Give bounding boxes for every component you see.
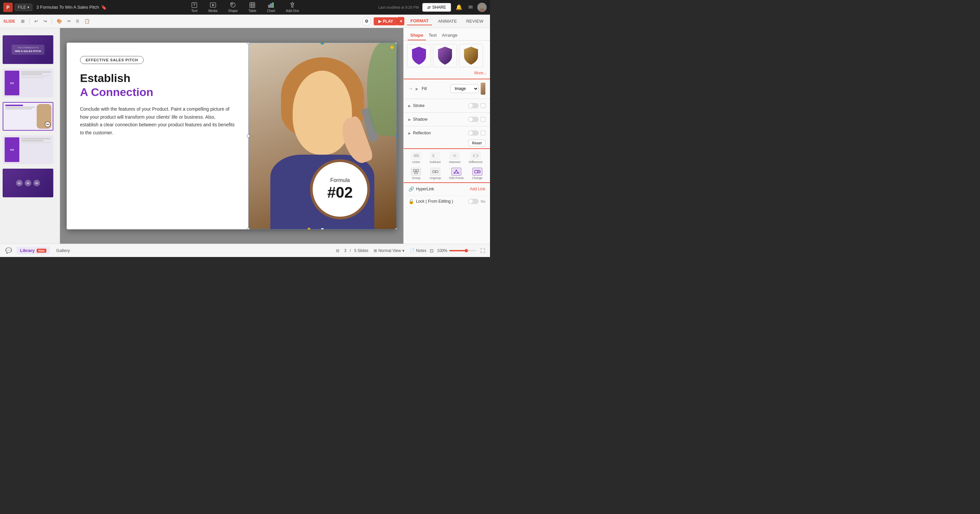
notes-button[interactable]: 📄 Notes bbox=[410, 248, 426, 253]
shape-icon bbox=[230, 2, 236, 8]
tab-text[interactable]: Text bbox=[426, 31, 439, 40]
normal-view-button[interactable]: ⊞ Normal View ▾ bbox=[372, 247, 406, 254]
zoom-track[interactable] bbox=[449, 250, 476, 251]
shape-preview-2[interactable] bbox=[433, 44, 457, 67]
slide-heading: Establish bbox=[80, 72, 235, 84]
reset-button[interactable]: Reset bbox=[468, 140, 485, 146]
tab-review[interactable]: REVIEW bbox=[463, 18, 487, 25]
change-op[interactable]: Change bbox=[472, 168, 483, 180]
fill-type-select[interactable]: Image Solid Gradient None bbox=[450, 84, 479, 93]
group-op[interactable]: Group bbox=[411, 168, 421, 180]
handle-bm[interactable] bbox=[321, 228, 324, 229]
user-avatar[interactable] bbox=[477, 3, 487, 12]
file-menu-button[interactable]: FILE ▾ bbox=[15, 4, 32, 11]
slide-thumb-1[interactable]: 1 THE 3 FORMULAS TO WIN A SALES PITCH bbox=[3, 35, 57, 64]
shape-preview-3[interactable] bbox=[459, 44, 483, 67]
tab-shape[interactable]: Shape bbox=[408, 31, 426, 40]
hyperlink-row: 🔗 HyperLink Add Link bbox=[404, 184, 490, 194]
play-button[interactable]: ▶ PLAY bbox=[374, 18, 398, 25]
add-link-button[interactable]: Add Link bbox=[470, 187, 485, 191]
reflection-toggle[interactable] bbox=[468, 130, 479, 136]
library-button[interactable]: Library New bbox=[17, 247, 50, 254]
play-dropdown-button[interactable]: ▾ bbox=[398, 17, 404, 25]
cut-button[interactable]: ✂ bbox=[65, 18, 73, 25]
fullscreen-icon[interactable]: ⛶ bbox=[479, 247, 486, 254]
handle-ml[interactable] bbox=[247, 135, 250, 137]
stroke-checkbox[interactable] bbox=[480, 103, 485, 108]
ungroup-op[interactable]: Ungroup bbox=[430, 168, 441, 180]
notifications-icon[interactable]: 🔔 bbox=[454, 3, 464, 12]
edit-points-op[interactable]: Edit Points bbox=[449, 168, 464, 180]
toolbar-table-button[interactable]: Table bbox=[246, 1, 259, 14]
slide-canvas: EFFECTIVE SALES PITCH Establish A Connec… bbox=[67, 43, 397, 229]
avatar-image bbox=[477, 3, 487, 12]
fit-icon[interactable]: ⊡ bbox=[430, 248, 434, 253]
tab-format[interactable]: FORMAT bbox=[407, 17, 432, 25]
fill-expand-icon[interactable]: ▶ bbox=[416, 87, 418, 91]
fill-image-preview[interactable] bbox=[480, 83, 485, 95]
copy-button[interactable]: ⎘ bbox=[74, 18, 81, 25]
union-op[interactable]: Union bbox=[411, 152, 422, 164]
lock-row: 🔒 Lock ( From Editing ) No bbox=[404, 196, 490, 207]
paint-format-button[interactable]: 🎨 bbox=[55, 18, 64, 25]
notes-label: Notes bbox=[416, 248, 426, 253]
intersect-op[interactable]: Intersect bbox=[449, 152, 461, 164]
handle-tl[interactable] bbox=[247, 43, 250, 44]
slide-thumb-3[interactable]: 3 #02 bbox=[3, 102, 57, 130]
redo-button[interactable]: ↪ bbox=[41, 18, 49, 25]
svg-point-3 bbox=[231, 3, 235, 7]
gallery-button[interactable]: Gallery bbox=[53, 247, 73, 254]
shadow-checkbox[interactable] bbox=[480, 117, 485, 122]
toolbar-addons-button[interactable]: Add-Ons bbox=[283, 1, 302, 14]
reflection-checkbox[interactable] bbox=[480, 130, 485, 135]
reflection-row: ▶ Reflection bbox=[404, 128, 490, 138]
zoom-thumb[interactable] bbox=[465, 249, 468, 252]
shape-preview-1[interactable] bbox=[407, 44, 431, 67]
handle-bl[interactable] bbox=[247, 228, 250, 229]
shadow-expand-icon[interactable]: ▶ bbox=[408, 118, 411, 121]
toolbar-text-button[interactable]: Text bbox=[188, 1, 200, 14]
shadow-toggle[interactable] bbox=[468, 117, 479, 122]
slide-1-content: THE 3 FORMULAS TO WIN A SALES PITCH bbox=[12, 45, 45, 55]
stroke-expand-icon[interactable]: ▶ bbox=[408, 104, 411, 108]
handle-mr[interactable] bbox=[395, 135, 397, 137]
stroke-toggle-knob bbox=[469, 103, 473, 108]
reflection-expand-icon[interactable]: ▶ bbox=[408, 131, 411, 135]
chat-icon[interactable]: 💬 bbox=[4, 246, 13, 255]
share-button[interactable]: ⇄ PLAY SHARE bbox=[422, 3, 451, 12]
toolbar-shape-button[interactable]: Shape bbox=[225, 1, 240, 14]
right-panel-tabs: Shape Text Arrange bbox=[404, 28, 490, 41]
difference-icon bbox=[471, 152, 480, 160]
more-shapes-link[interactable]: More... bbox=[404, 71, 490, 78]
svg-point-10 bbox=[480, 5, 484, 8]
handle-tm[interactable] bbox=[321, 43, 324, 44]
bottom-right: 📄 Notes ⊡ 100% ⛶ bbox=[410, 247, 486, 254]
layout-button[interactable]: ⊞ bbox=[19, 18, 27, 25]
slide-thumb-5[interactable]: 5 01 02 03 bbox=[3, 169, 57, 197]
chart-icon bbox=[268, 2, 274, 8]
tab-animate[interactable]: ANIMATE bbox=[435, 18, 460, 25]
shadow-label: Shadow bbox=[413, 117, 440, 122]
undo-button[interactable]: ↩ bbox=[32, 18, 40, 25]
svg-point-30 bbox=[478, 171, 479, 172]
svg-rect-22 bbox=[415, 172, 417, 173]
tab-arrange[interactable]: Arrange bbox=[439, 31, 460, 40]
slide-right-panel[interactable]: Formula #02 bbox=[248, 43, 397, 229]
paste-button[interactable]: 📋 bbox=[82, 18, 92, 25]
settings-button[interactable]: ⚙ bbox=[362, 17, 371, 25]
stroke-toggle[interactable] bbox=[468, 103, 479, 108]
slide-thumb-4[interactable]: 4 #03 bbox=[3, 135, 57, 164]
slide-separator: / bbox=[350, 248, 351, 253]
mail-icon[interactable]: ✉ bbox=[467, 3, 474, 12]
handle-br[interactable] bbox=[395, 228, 397, 229]
share-icon: ⇄ bbox=[427, 5, 431, 10]
toolbar-chart-button[interactable]: Chart bbox=[264, 1, 278, 14]
toolbar-media-button[interactable]: Media bbox=[206, 1, 220, 14]
lock-toggle[interactable] bbox=[468, 199, 479, 204]
difference-op[interactable]: Difference bbox=[469, 152, 483, 164]
formula-number: #02 bbox=[327, 183, 353, 201]
handle-tr[interactable] bbox=[395, 43, 397, 44]
subtract-op[interactable]: Subtract bbox=[430, 152, 441, 164]
stroke-controls bbox=[468, 103, 485, 108]
slide-thumb-2[interactable]: 2 #01 bbox=[3, 68, 57, 97]
